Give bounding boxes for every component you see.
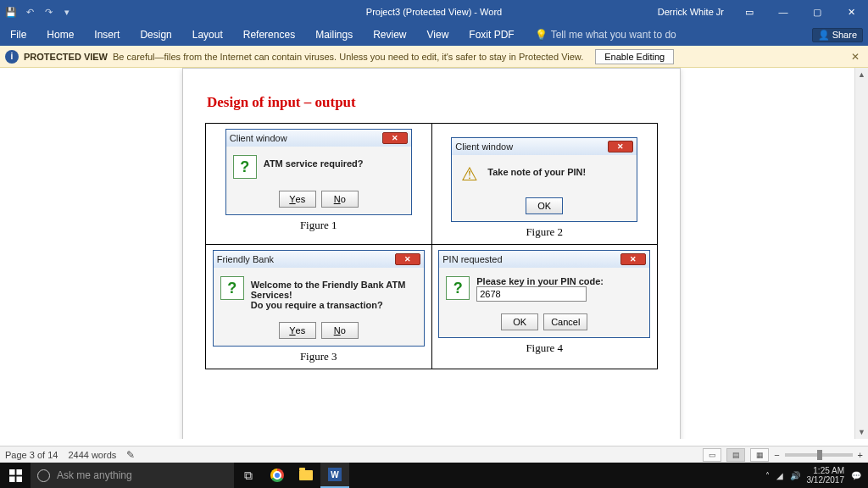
tab-review[interactable]: Review <box>363 24 416 46</box>
no-button[interactable]: No <box>321 322 359 339</box>
document-page[interactable]: Design of input – output Client window ✕… <box>182 68 681 439</box>
yes-button[interactable]: Yes <box>279 191 316 208</box>
zoom-out-button[interactable]: − <box>774 450 779 460</box>
protected-view-close-icon[interactable]: ✕ <box>848 51 863 63</box>
ribbon-display-options-icon[interactable]: ▭ <box>732 0 766 24</box>
tell-me-placeholder: Tell me what you want to do <box>551 29 676 41</box>
tab-layout[interactable]: Layout <box>182 24 233 46</box>
web-layout-button[interactable]: ▦ <box>750 448 769 462</box>
quick-access-toolbar: 💾 ↶ ↷ ▾ <box>0 4 75 19</box>
dialog-title: Client window <box>455 141 608 152</box>
close-button[interactable]: ✕ <box>834 0 868 24</box>
maximize-button[interactable]: ▢ <box>800 0 834 24</box>
taskbar-app-file-explorer[interactable] <box>292 463 320 488</box>
figure-caption: Figure 2 <box>437 225 653 239</box>
document-heading: Design of input – output <box>207 94 658 111</box>
task-view-button[interactable]: ⧉ <box>234 463 263 488</box>
info-icon: i <box>5 50 19 64</box>
folder-icon <box>299 470 313 480</box>
minimize-button[interactable]: — <box>766 0 800 24</box>
dialog-fig2: Client window ✕ ⚠ Take note of your PIN!… <box>451 137 637 222</box>
figure-cell-1: Client window ✕ ? ATM service required? … <box>206 124 432 245</box>
question-icon: ? <box>446 276 470 300</box>
dialog-fig1: Client window ✕ ? ATM service required? … <box>225 129 412 215</box>
user-name[interactable]: Derrick White Jr <box>649 7 732 17</box>
word-icon: W <box>328 468 342 481</box>
yes-button[interactable]: Yes <box>279 322 316 339</box>
windows-taskbar: Ask me anything ⧉ W ˄ ◢ 🔊 1:25 AM 3/12/2… <box>0 463 868 488</box>
no-button[interactable]: No <box>321 191 359 208</box>
taskbar-app-chrome[interactable] <box>263 463 292 488</box>
scroll-up-icon[interactable]: ▲ <box>855 68 868 81</box>
tab-foxit-pdf[interactable]: Foxit PDF <box>459 24 524 46</box>
ok-button[interactable]: OK <box>501 313 538 330</box>
warning-icon: ⚠ <box>459 164 481 186</box>
wifi-icon[interactable]: ◢ <box>776 471 783 480</box>
action-center-icon[interactable]: 💬 <box>851 471 861 480</box>
document-workspace: Design of input – output Client window ✕… <box>0 68 868 439</box>
undo-icon[interactable]: ↶ <box>22 4 37 19</box>
close-icon[interactable]: ✕ <box>620 253 646 265</box>
dialog-title: Friendly Bank <box>217 254 395 264</box>
tab-insert[interactable]: Insert <box>84 24 130 46</box>
system-tray: ˄ ◢ 🔊 1:25 AM 3/12/2017 💬 <box>759 466 869 485</box>
cancel-button[interactable]: Cancel <box>543 313 587 330</box>
clock-time: 1:25 AM <box>807 466 845 475</box>
tell-me-search[interactable]: 💡 Tell me what you want to do <box>525 24 687 46</box>
svg-rect-0 <box>9 469 15 475</box>
close-icon[interactable]: ✕ <box>382 132 408 144</box>
question-icon: ? <box>220 276 244 300</box>
start-button[interactable] <box>0 463 31 488</box>
tab-mailings[interactable]: Mailings <box>305 24 363 46</box>
share-label: Share <box>832 30 857 40</box>
ribbon-tabs: File Home Insert Design Layout Reference… <box>0 24 868 46</box>
share-button[interactable]: 👤 Share <box>812 28 863 42</box>
spellcheck-icon[interactable]: ✎ <box>126 449 135 461</box>
zoom-in-button[interactable]: + <box>858 450 863 460</box>
clock-date: 3/12/2017 <box>807 475 845 485</box>
zoom-slider[interactable] <box>785 453 853 457</box>
figure-table: Client window ✕ ? ATM service required? … <box>205 123 658 369</box>
cortana-icon <box>37 469 50 482</box>
tab-view[interactable]: View <box>417 24 459 46</box>
dialog-message: Welcome to the Friendly Bank ATM Service… <box>251 276 417 310</box>
tab-design[interactable]: Design <box>130 24 181 46</box>
print-layout-button[interactable]: ▤ <box>726 448 745 462</box>
tab-file[interactable]: File <box>0 24 36 46</box>
page-number[interactable]: Page 3 of 14 <box>5 450 58 460</box>
svg-rect-3 <box>16 476 22 482</box>
cortana-search[interactable]: Ask me anything <box>31 463 234 488</box>
dialog-message-line2: Do you require a transaction? <box>251 300 417 310</box>
protected-view-label: PROTECTED VIEW <box>24 52 108 62</box>
search-placeholder: Ask me anything <box>57 469 132 481</box>
dialog-fig3: Friendly Bank ✕ ? Welcome to the Friendl… <box>213 250 425 347</box>
tab-home[interactable]: Home <box>36 24 84 46</box>
svg-rect-2 <box>9 476 15 482</box>
dialog-message: ATM service required? <box>264 155 404 169</box>
windows-logo-icon <box>9 469 22 482</box>
save-icon[interactable]: 💾 <box>3 4 19 19</box>
redo-icon[interactable]: ↷ <box>41 4 56 19</box>
scroll-down-icon[interactable]: ▼ <box>855 425 868 439</box>
dialog-message: Take note of your PIN! <box>487 164 630 177</box>
tray-chevron-icon[interactable]: ˄ <box>765 471 770 480</box>
zoom-slider-thumb[interactable] <box>817 450 822 460</box>
clock[interactable]: 1:25 AM 3/12/2017 <box>807 466 845 485</box>
close-icon[interactable]: ✕ <box>395 253 420 265</box>
volume-icon[interactable]: 🔊 <box>790 471 800 480</box>
svg-rect-1 <box>16 469 22 475</box>
taskbar-app-word[interactable]: W <box>320 463 349 488</box>
figure-cell-4: PIN requested ✕ ? Please key in your PIN… <box>431 245 658 369</box>
read-mode-button[interactable]: ▭ <box>703 448 721 462</box>
chrome-icon <box>270 469 284 482</box>
vertical-scrollbar[interactable]: ▲ ▼ <box>854 68 868 439</box>
qat-customize-icon[interactable]: ▾ <box>59 4 75 19</box>
enable-editing-button[interactable]: Enable Editing <box>595 49 674 64</box>
ok-button[interactable]: OK <box>526 197 563 214</box>
dialog-message: Please key in your PIN code: <box>476 276 643 286</box>
tab-references[interactable]: References <box>233 24 305 46</box>
close-icon[interactable]: ✕ <box>608 141 633 152</box>
word-count[interactable]: 2444 words <box>68 450 116 460</box>
status-bar: Page 3 of 14 2444 words ✎ ▭ ▤ ▦ − + <box>0 446 868 463</box>
pin-input[interactable] <box>476 286 587 302</box>
